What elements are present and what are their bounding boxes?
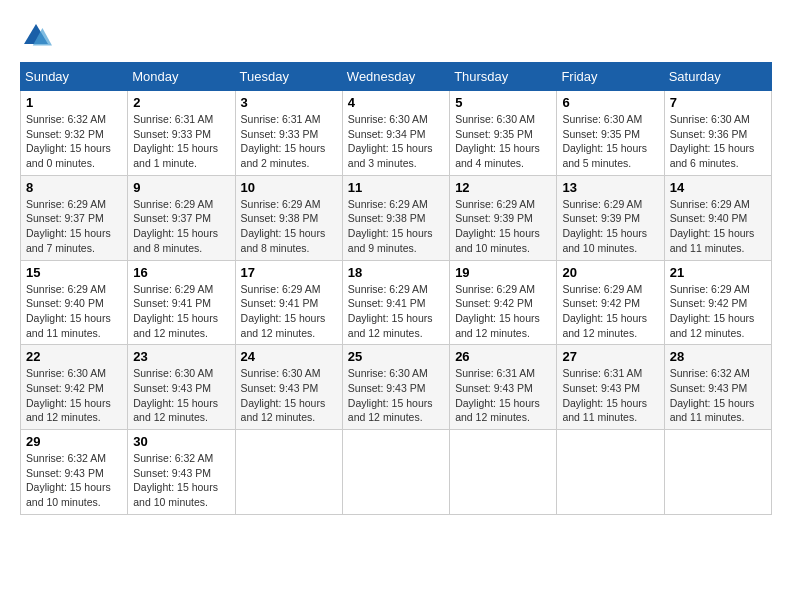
day-number: 2 [133,95,229,110]
calendar-cell: 20 Sunrise: 6:29 AM Sunset: 9:42 PM Dayl… [557,260,664,345]
day-info: Sunrise: 6:30 AM Sunset: 9:43 PM Dayligh… [241,366,337,425]
calendar-cell: 1 Sunrise: 6:32 AM Sunset: 9:32 PM Dayli… [21,91,128,176]
day-info: Sunrise: 6:30 AM Sunset: 9:35 PM Dayligh… [455,112,551,171]
day-number: 25 [348,349,444,364]
page-header [20,20,772,52]
calendar-cell [557,430,664,515]
day-number: 14 [670,180,766,195]
day-info: Sunrise: 6:29 AM Sunset: 9:41 PM Dayligh… [133,282,229,341]
calendar-cell: 21 Sunrise: 6:29 AM Sunset: 9:42 PM Dayl… [664,260,771,345]
day-number: 28 [670,349,766,364]
day-info: Sunrise: 6:29 AM Sunset: 9:38 PM Dayligh… [241,197,337,256]
day-header-saturday: Saturday [664,63,771,91]
day-info: Sunrise: 6:29 AM Sunset: 9:38 PM Dayligh… [348,197,444,256]
day-number: 29 [26,434,122,449]
calendar-cell: 11 Sunrise: 6:29 AM Sunset: 9:38 PM Dayl… [342,175,449,260]
calendar-cell: 8 Sunrise: 6:29 AM Sunset: 9:37 PM Dayli… [21,175,128,260]
calendar-cell: 7 Sunrise: 6:30 AM Sunset: 9:36 PM Dayli… [664,91,771,176]
day-info: Sunrise: 6:31 AM Sunset: 9:43 PM Dayligh… [455,366,551,425]
day-header-sunday: Sunday [21,63,128,91]
calendar-cell: 3 Sunrise: 6:31 AM Sunset: 9:33 PM Dayli… [235,91,342,176]
day-number: 22 [26,349,122,364]
day-number: 5 [455,95,551,110]
day-number: 23 [133,349,229,364]
day-header-monday: Monday [128,63,235,91]
calendar-cell [450,430,557,515]
calendar-cell: 26 Sunrise: 6:31 AM Sunset: 9:43 PM Dayl… [450,345,557,430]
calendar-cell: 23 Sunrise: 6:30 AM Sunset: 9:43 PM Dayl… [128,345,235,430]
calendar-header-row: SundayMondayTuesdayWednesdayThursdayFrid… [21,63,772,91]
calendar-cell: 13 Sunrise: 6:29 AM Sunset: 9:39 PM Dayl… [557,175,664,260]
day-info: Sunrise: 6:30 AM Sunset: 9:43 PM Dayligh… [348,366,444,425]
calendar-cell: 2 Sunrise: 6:31 AM Sunset: 9:33 PM Dayli… [128,91,235,176]
calendar-cell: 18 Sunrise: 6:29 AM Sunset: 9:41 PM Dayl… [342,260,449,345]
day-info: Sunrise: 6:30 AM Sunset: 9:42 PM Dayligh… [26,366,122,425]
day-number: 10 [241,180,337,195]
logo-icon [20,20,52,52]
day-number: 8 [26,180,122,195]
day-number: 12 [455,180,551,195]
day-number: 21 [670,265,766,280]
calendar-cell: 14 Sunrise: 6:29 AM Sunset: 9:40 PM Dayl… [664,175,771,260]
day-info: Sunrise: 6:31 AM Sunset: 9:33 PM Dayligh… [241,112,337,171]
calendar-cell: 16 Sunrise: 6:29 AM Sunset: 9:41 PM Dayl… [128,260,235,345]
day-number: 30 [133,434,229,449]
calendar-week-2: 8 Sunrise: 6:29 AM Sunset: 9:37 PM Dayli… [21,175,772,260]
day-number: 9 [133,180,229,195]
day-info: Sunrise: 6:30 AM Sunset: 9:36 PM Dayligh… [670,112,766,171]
calendar-cell: 30 Sunrise: 6:32 AM Sunset: 9:43 PM Dayl… [128,430,235,515]
calendar-cell: 9 Sunrise: 6:29 AM Sunset: 9:37 PM Dayli… [128,175,235,260]
day-number: 20 [562,265,658,280]
day-number: 13 [562,180,658,195]
calendar-cell [235,430,342,515]
day-number: 27 [562,349,658,364]
day-number: 3 [241,95,337,110]
calendar-table: SundayMondayTuesdayWednesdayThursdayFrid… [20,62,772,515]
day-number: 11 [348,180,444,195]
day-info: Sunrise: 6:29 AM Sunset: 9:41 PM Dayligh… [241,282,337,341]
calendar-cell [664,430,771,515]
day-info: Sunrise: 6:29 AM Sunset: 9:42 PM Dayligh… [670,282,766,341]
day-info: Sunrise: 6:30 AM Sunset: 9:34 PM Dayligh… [348,112,444,171]
day-number: 7 [670,95,766,110]
day-info: Sunrise: 6:29 AM Sunset: 9:42 PM Dayligh… [562,282,658,341]
calendar-cell: 12 Sunrise: 6:29 AM Sunset: 9:39 PM Dayl… [450,175,557,260]
calendar-cell: 24 Sunrise: 6:30 AM Sunset: 9:43 PM Dayl… [235,345,342,430]
calendar-cell: 15 Sunrise: 6:29 AM Sunset: 9:40 PM Dayl… [21,260,128,345]
calendar-week-4: 22 Sunrise: 6:30 AM Sunset: 9:42 PM Dayl… [21,345,772,430]
calendar-cell: 22 Sunrise: 6:30 AM Sunset: 9:42 PM Dayl… [21,345,128,430]
day-info: Sunrise: 6:32 AM Sunset: 9:32 PM Dayligh… [26,112,122,171]
day-info: Sunrise: 6:30 AM Sunset: 9:43 PM Dayligh… [133,366,229,425]
day-number: 24 [241,349,337,364]
day-info: Sunrise: 6:29 AM Sunset: 9:41 PM Dayligh… [348,282,444,341]
day-header-friday: Friday [557,63,664,91]
day-number: 26 [455,349,551,364]
day-number: 4 [348,95,444,110]
calendar-cell: 17 Sunrise: 6:29 AM Sunset: 9:41 PM Dayl… [235,260,342,345]
day-header-tuesday: Tuesday [235,63,342,91]
calendar-cell: 5 Sunrise: 6:30 AM Sunset: 9:35 PM Dayli… [450,91,557,176]
day-number: 17 [241,265,337,280]
day-number: 6 [562,95,658,110]
day-number: 1 [26,95,122,110]
day-info: Sunrise: 6:29 AM Sunset: 9:42 PM Dayligh… [455,282,551,341]
calendar-week-3: 15 Sunrise: 6:29 AM Sunset: 9:40 PM Dayl… [21,260,772,345]
day-info: Sunrise: 6:29 AM Sunset: 9:40 PM Dayligh… [26,282,122,341]
day-info: Sunrise: 6:32 AM Sunset: 9:43 PM Dayligh… [670,366,766,425]
day-info: Sunrise: 6:29 AM Sunset: 9:37 PM Dayligh… [133,197,229,256]
day-number: 18 [348,265,444,280]
day-header-thursday: Thursday [450,63,557,91]
logo [20,20,56,52]
day-info: Sunrise: 6:30 AM Sunset: 9:35 PM Dayligh… [562,112,658,171]
day-info: Sunrise: 6:31 AM Sunset: 9:33 PM Dayligh… [133,112,229,171]
day-info: Sunrise: 6:31 AM Sunset: 9:43 PM Dayligh… [562,366,658,425]
calendar-cell: 6 Sunrise: 6:30 AM Sunset: 9:35 PM Dayli… [557,91,664,176]
calendar-week-5: 29 Sunrise: 6:32 AM Sunset: 9:43 PM Dayl… [21,430,772,515]
day-info: Sunrise: 6:32 AM Sunset: 9:43 PM Dayligh… [133,451,229,510]
calendar-cell: 29 Sunrise: 6:32 AM Sunset: 9:43 PM Dayl… [21,430,128,515]
day-header-wednesday: Wednesday [342,63,449,91]
day-info: Sunrise: 6:29 AM Sunset: 9:39 PM Dayligh… [562,197,658,256]
calendar-cell: 28 Sunrise: 6:32 AM Sunset: 9:43 PM Dayl… [664,345,771,430]
calendar-cell: 19 Sunrise: 6:29 AM Sunset: 9:42 PM Dayl… [450,260,557,345]
day-info: Sunrise: 6:32 AM Sunset: 9:43 PM Dayligh… [26,451,122,510]
